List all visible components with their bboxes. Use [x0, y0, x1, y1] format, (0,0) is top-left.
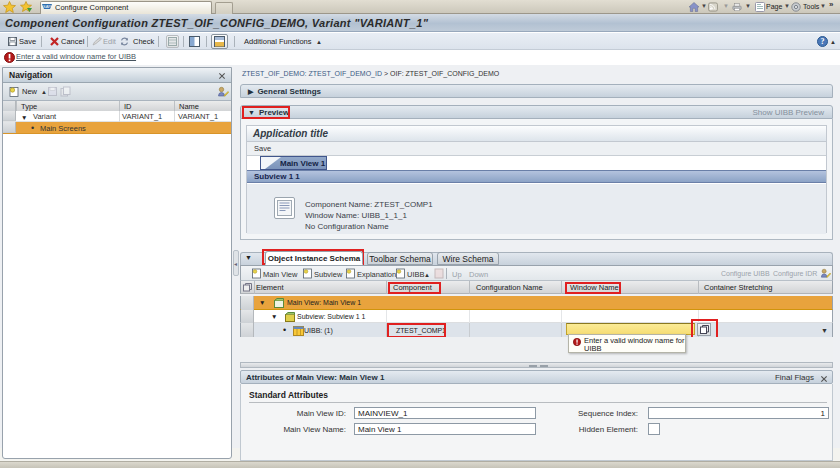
svg-text:?: ?: [821, 37, 825, 46]
svg-text:SAP: SAP: [43, 4, 51, 9]
